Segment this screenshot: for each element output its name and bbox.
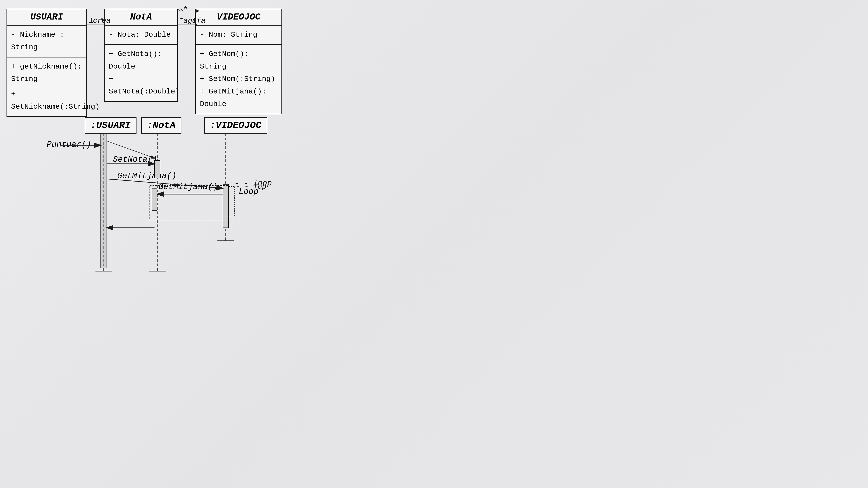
class-videojoc: VIDEOJOC - Nom: String + GetNom(): Strin…: [195, 9, 282, 114]
msg-puntuar: Puntuar(): [46, 140, 91, 149]
class-usuari-name: USUARI: [7, 9, 86, 26]
method-getnickname: + getNickname(): String: [11, 61, 82, 86]
method-setnom: + SetNom(:String): [200, 73, 278, 86]
msg-getmitjana-1: GetMitjana(): [117, 171, 177, 181]
class-usuari-attrs: - Nickname : String: [7, 26, 86, 58]
method-setnota: + SetNota(:Double): [109, 73, 174, 98]
method-setnickname: + SetNickname(:String): [11, 88, 82, 113]
class-usuari-methods: + getNickname(): String + SetNickname(:S…: [7, 58, 86, 116]
class-videojoc-attrs: - Nom: String: [196, 26, 281, 45]
class-nota-name: NotA: [105, 9, 177, 26]
seq-videojoc: :VIDEOJOC: [204, 117, 267, 134]
class-nota: NotA - Nota: Double + GetNota(): Double …: [104, 9, 178, 102]
loop-label: - - loop: [235, 179, 272, 188]
loop-text: Loop: [239, 187, 258, 196]
class-nota-attrs: - Nota: Double: [105, 26, 177, 45]
msg-getmitjana-2: GetMitjana(): [158, 182, 218, 192]
class-usuari: USUARI - Nickname : String + getNickname…: [6, 9, 87, 117]
class-videojoc-methods: + GetNom(): String + SetNom(:String) + G…: [196, 45, 281, 113]
class-nota-methods: + GetNota(): Double + SetNota(:Double): [105, 45, 177, 101]
method-getnota: + GetNota(): Double: [109, 48, 174, 73]
seq-nota: :NotA: [141, 117, 181, 134]
method-getnom: + GetNom(): String: [200, 48, 278, 73]
class-videojoc-name: VIDEOJOC: [196, 9, 281, 26]
attr-nota: - Nota: Double: [109, 29, 174, 41]
method-getmitjana: + GetMitjana(): Double: [200, 86, 278, 110]
attr-nickname: - Nickname : String: [11, 29, 82, 54]
msg-setnota: SetNota(): [113, 155, 157, 164]
attr-nom: - Nom: String: [200, 29, 278, 41]
seq-usuari: :USUARI: [85, 117, 136, 134]
